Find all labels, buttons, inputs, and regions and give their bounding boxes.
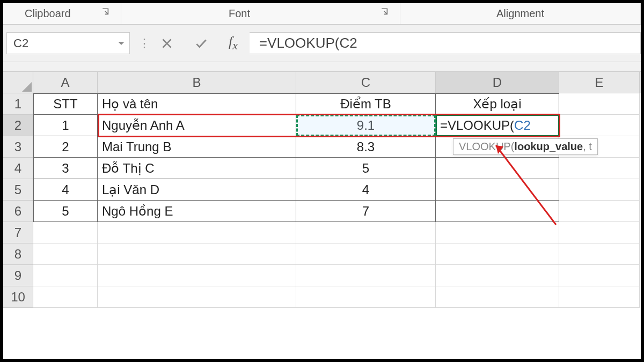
formula-bar-text: =VLOOKUP(C2 bbox=[259, 35, 357, 51]
cell[interactable] bbox=[559, 286, 640, 308]
row-header-8[interactable]: 8 bbox=[3, 243, 33, 265]
cell[interactable]: 7 bbox=[296, 201, 436, 222]
select-all-corner[interactable] bbox=[3, 72, 33, 93]
row-header-1[interactable]: 1 bbox=[3, 93, 33, 115]
cell[interactable]: 4 bbox=[296, 179, 436, 201]
cell[interactable]: STT bbox=[33, 93, 98, 115]
row-header-5[interactable]: 5 bbox=[3, 179, 33, 201]
ribbon-group-font: Font bbox=[121, 3, 400, 24]
cell[interactable] bbox=[98, 286, 296, 308]
cell[interactable] bbox=[436, 179, 559, 201]
formula-prefix: =VLOOKUP( bbox=[440, 118, 514, 133]
cell[interactable] bbox=[33, 243, 98, 265]
cell[interactable] bbox=[98, 222, 296, 243]
row-header-4[interactable]: 4 bbox=[3, 158, 33, 179]
fx-icon[interactable]: fx bbox=[229, 34, 238, 53]
ribbon-group-alignment: Alignment bbox=[400, 3, 641, 24]
ribbon-group-clipboard: Clipboard bbox=[3, 3, 121, 24]
cell[interactable] bbox=[559, 222, 640, 243]
ribbon-label-alignment: Alignment bbox=[496, 8, 544, 20]
cell[interactable]: 5 bbox=[296, 158, 436, 179]
row-header-6[interactable]: 6 bbox=[3, 201, 33, 222]
cell[interactable] bbox=[436, 265, 559, 286]
name-box[interactable]: C2 bbox=[6, 32, 130, 54]
col-header-E[interactable]: E bbox=[559, 72, 640, 93]
cell[interactable]: Nguyễn Anh A bbox=[98, 115, 296, 136]
cancel-formula-button[interactable] bbox=[160, 36, 174, 50]
enter-formula-button[interactable] bbox=[194, 36, 208, 50]
cell[interactable]: 4 bbox=[33, 179, 98, 201]
table-row: 10 bbox=[3, 286, 641, 308]
cell[interactable] bbox=[436, 201, 559, 222]
table-row: 1 STT Họ và tên Điểm TB Xếp loại bbox=[3, 93, 641, 115]
col-header-A[interactable]: A bbox=[33, 72, 98, 93]
cell[interactable]: 9.1 bbox=[296, 115, 436, 136]
cell[interactable] bbox=[559, 179, 640, 201]
col-header-B[interactable]: B bbox=[98, 72, 296, 93]
cell[interactable] bbox=[296, 222, 436, 243]
formula-bar-buttons: fx bbox=[148, 32, 250, 54]
chevron-down-icon[interactable] bbox=[118, 36, 125, 50]
cell[interactable] bbox=[436, 243, 559, 265]
spreadsheet-grid[interactable]: A B C D E 1 STT Họ và tên Điểm TB Xếp lo… bbox=[3, 72, 641, 308]
row-header-9[interactable]: 9 bbox=[3, 265, 33, 286]
cell[interactable]: Xếp loại bbox=[436, 93, 559, 115]
tooltip-fn: VLOOKUP( bbox=[459, 141, 514, 152]
cell[interactable]: Điểm TB bbox=[296, 93, 436, 115]
row-header-10[interactable]: 10 bbox=[3, 286, 33, 308]
row-header-3[interactable]: 3 bbox=[3, 136, 33, 158]
cell[interactable] bbox=[98, 265, 296, 286]
ribbon-group-labels: Clipboard Font Alignment bbox=[3, 3, 641, 25]
column-header-row: A B C D E bbox=[3, 72, 641, 93]
tooltip-arg: lookup_value bbox=[514, 141, 583, 152]
ribbon-label-font: Font bbox=[229, 8, 250, 20]
cell[interactable] bbox=[33, 286, 98, 308]
cell[interactable] bbox=[559, 265, 640, 286]
cell[interactable]: Lại Văn D bbox=[98, 179, 296, 201]
col-header-C[interactable]: C bbox=[296, 72, 436, 93]
cell[interactable] bbox=[436, 222, 559, 243]
col-header-D[interactable]: D bbox=[436, 72, 559, 93]
cell[interactable]: Họ và tên bbox=[98, 93, 296, 115]
table-row: 9 bbox=[3, 265, 641, 286]
cell[interactable]: 3 bbox=[33, 158, 98, 179]
table-row: 5 4 Lại Văn D 4 bbox=[3, 179, 641, 201]
name-box-value: C2 bbox=[13, 36, 28, 50]
cell[interactable] bbox=[33, 222, 98, 243]
formula-tooltip: VLOOKUP(lookup_value, t bbox=[453, 138, 598, 155]
dialog-launcher-icon[interactable] bbox=[101, 8, 111, 20]
cell[interactable]: Ngô Hồng E bbox=[98, 201, 296, 222]
cell[interactable]: 5 bbox=[33, 201, 98, 222]
table-row: 6 5 Ngô Hồng E 7 bbox=[3, 201, 641, 222]
active-cell[interactable]: =VLOOKUP(C2 bbox=[436, 115, 559, 136]
formula-ref: C2 bbox=[514, 118, 531, 133]
cell[interactable] bbox=[33, 265, 98, 286]
cell[interactable]: 1 bbox=[33, 115, 98, 136]
cell[interactable] bbox=[559, 158, 640, 179]
row-header-2[interactable]: 2 bbox=[3, 115, 33, 136]
table-row: 4 3 Đỗ Thị C 5 bbox=[3, 158, 641, 179]
cell[interactable]: Mai Trung B bbox=[98, 136, 296, 158]
ribbon-label-clipboard: Clipboard bbox=[25, 8, 71, 20]
row-header-7[interactable]: 7 bbox=[3, 222, 33, 243]
cell[interactable]: 8.3 bbox=[296, 136, 436, 158]
tooltip-rest: , t bbox=[583, 141, 592, 152]
cell[interactable] bbox=[559, 201, 640, 222]
cell[interactable] bbox=[296, 265, 436, 286]
table-row: 2 1 Nguyễn Anh A 9.1 =VLOOKUP(C2 bbox=[3, 115, 641, 136]
cell[interactable] bbox=[436, 158, 559, 179]
cell[interactable] bbox=[559, 115, 640, 136]
dialog-launcher-icon[interactable] bbox=[380, 8, 390, 20]
cell[interactable] bbox=[98, 243, 296, 265]
table-row: 8 bbox=[3, 243, 641, 265]
cell[interactable] bbox=[559, 243, 640, 265]
divider-icon: ⋮ bbox=[138, 32, 148, 54]
formula-bar-input[interactable]: =VLOOKUP(C2 bbox=[250, 32, 641, 54]
cell[interactable]: 2 bbox=[33, 136, 98, 158]
cell[interactable] bbox=[296, 243, 436, 265]
spacer bbox=[3, 62, 641, 72]
cell[interactable] bbox=[296, 286, 436, 308]
cell[interactable] bbox=[436, 286, 559, 308]
cell[interactable] bbox=[559, 93, 640, 115]
cell[interactable]: Đỗ Thị C bbox=[98, 158, 296, 179]
